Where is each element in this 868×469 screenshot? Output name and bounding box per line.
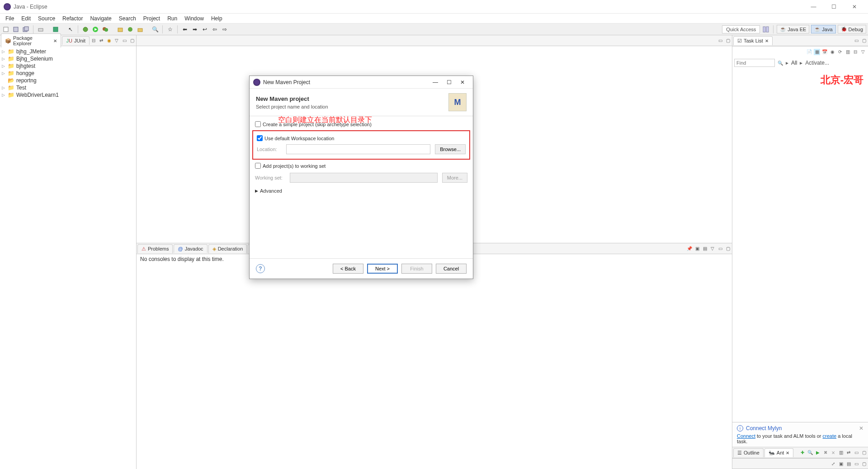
forward-button[interactable]: ⇨ [221, 25, 229, 33]
location-input[interactable] [286, 144, 430, 154]
new-task-icon[interactable]: 📄 [806, 49, 812, 55]
menu-run[interactable]: Run [164, 15, 181, 22]
minimize-icon[interactable]: ▭ [717, 38, 723, 44]
task-activate[interactable]: Activate... [805, 60, 829, 66]
focus-task-icon[interactable]: ◉ [106, 38, 112, 44]
minimize-icon[interactable]: ▭ [121, 38, 127, 44]
advanced-toggle[interactable]: ▶ Advanced [255, 185, 467, 196]
close-tab-icon[interactable]: ✕ [786, 450, 789, 455]
save-button[interactable] [12, 25, 20, 33]
maximize-icon[interactable]: ▢ [129, 38, 135, 44]
mylyn-create-link[interactable]: create [823, 433, 837, 439]
search-button[interactable]: 🔍 [151, 25, 159, 33]
restore-icon[interactable]: ⤢ [830, 460, 836, 467]
collapse-icon[interactable]: ⊟ [852, 49, 859, 55]
cancel-button[interactable]: Cancel [436, 264, 467, 274]
minimize-icon[interactable]: ▭ [853, 38, 859, 44]
tab-problems[interactable]: ⚠Problems [137, 244, 173, 253]
dialog-maximize-button[interactable]: ☐ [442, 77, 456, 88]
tab-task-list[interactable]: ☑Task List✕ [733, 36, 773, 45]
view-icon2[interactable]: ▤ [845, 460, 852, 467]
print-button[interactable] [37, 25, 45, 33]
task-all[interactable]: All [791, 60, 797, 66]
menu-help[interactable]: Help [208, 15, 226, 22]
maximize-icon[interactable]: ▢ [861, 38, 867, 44]
ant-search-icon[interactable]: 🔍 [807, 450, 813, 456]
coverage-button[interactable] [101, 25, 109, 33]
menu-window[interactable]: Window [181, 15, 208, 22]
hide-icon[interactable]: ▥ [844, 49, 851, 55]
task-find-input[interactable] [734, 59, 775, 67]
minimize-icon[interactable]: ▭ [853, 450, 859, 456]
open-perspective-button[interactable] [762, 25, 770, 33]
perspective-debug[interactable]: 🐞Debug [838, 25, 866, 33]
close-button[interactable]: ✕ [844, 0, 864, 14]
run-button[interactable] [91, 25, 99, 33]
back-button[interactable]: < Back [333, 264, 363, 274]
sync-icon[interactable]: ⟳ [837, 49, 843, 55]
close-tab-icon[interactable]: ✕ [53, 38, 57, 43]
filter-icon[interactable]: ▽ [860, 49, 866, 55]
view-menu-icon[interactable]: ▽ [113, 38, 120, 44]
close-banner-icon[interactable]: ✕ [859, 425, 863, 431]
minimize-icon[interactable]: ▭ [717, 246, 723, 252]
dialog-minimize-button[interactable]: — [429, 77, 442, 88]
tab-junit[interactable]: JU JUnit [62, 36, 90, 45]
quick-access[interactable]: Quick Access [722, 25, 760, 33]
next-button[interactable]: Next > [367, 264, 398, 274]
menu-search[interactable]: Search [115, 15, 140, 22]
pin-console-icon[interactable]: 📌 [686, 246, 693, 252]
ant-run-icon[interactable]: ▶ [815, 450, 821, 456]
ant-filter-icon[interactable]: ▥ [838, 450, 844, 456]
search-icon[interactable]: 🔍 [778, 61, 783, 66]
categorized-icon[interactable]: ▦ [814, 49, 820, 55]
toggle-mark-button[interactable]: ☆ [166, 25, 174, 33]
last-edit-button[interactable]: ↩ [201, 25, 209, 33]
default-workspace-checkbox[interactable] [257, 135, 263, 141]
new-package-button[interactable] [116, 25, 124, 33]
menu-edit[interactable]: Edit [18, 15, 34, 22]
view-menu-icon[interactable]: ▽ [709, 246, 716, 252]
menu-navigate[interactable]: Navigate [86, 15, 115, 22]
dialog-close-button[interactable]: ✕ [456, 77, 469, 88]
focus-icon[interactable]: ◉ [829, 49, 835, 55]
prev-annotation-button[interactable]: ⬅ [181, 25, 189, 33]
open-type-button[interactable] [52, 25, 60, 33]
collapse-all-icon[interactable]: ⊟ [90, 38, 97, 44]
help-icon[interactable]: ? [256, 264, 265, 273]
perspective-java[interactable]: ☕Java [811, 25, 835, 33]
new-button[interactable] [2, 25, 10, 33]
package-tree[interactable]: ▷📁bjhg_JMeter ▷📁Bjhg_Selenium ▷📁bjhgtest… [0, 46, 136, 100]
maximize-icon[interactable]: ▢ [725, 246, 731, 252]
ant-remove-all-icon[interactable]: ⨯ [830, 450, 836, 456]
new-folder-button[interactable] [136, 25, 144, 33]
minimize-icon[interactable]: ▭ [853, 460, 859, 467]
debug-button[interactable] [81, 25, 90, 33]
open-console-icon[interactable]: ▤ [702, 246, 708, 252]
tab-declaration[interactable]: ◈Declaration [208, 244, 247, 253]
browse-button[interactable]: Browse... [435, 144, 466, 154]
perspective-java-ee[interactable]: ☕Java EE [777, 25, 809, 33]
mylyn-connect-link[interactable]: Connect [737, 433, 755, 439]
scheduled-icon[interactable]: 📅 [821, 49, 828, 55]
maximize-icon[interactable]: ▢ [861, 460, 867, 467]
cursor-icon[interactable]: ↖ [66, 25, 75, 33]
menu-refactor[interactable]: Refactor [59, 15, 86, 22]
tab-outline[interactable]: ☰Outline [733, 448, 764, 457]
add-buildfile-icon[interactable]: ✚ [799, 450, 806, 456]
tab-package-explorer[interactable]: 📦 Package Explorer ✕ [1, 33, 61, 47]
next-annotation-button[interactable]: ➡ [191, 25, 199, 33]
view-icon[interactable]: ▣ [838, 460, 844, 467]
menu-file[interactable]: File [2, 15, 18, 22]
maximize-icon[interactable]: ▢ [725, 38, 731, 44]
save-all-button[interactable] [22, 25, 30, 33]
display-console-icon[interactable]: ▣ [694, 246, 700, 252]
menu-project[interactable]: Project [140, 15, 164, 22]
maximize-icon[interactable]: ▢ [861, 450, 867, 456]
simple-project-checkbox[interactable] [255, 121, 261, 127]
tab-javadoc[interactable]: @Javadoc [174, 244, 207, 253]
ant-link-icon[interactable]: ⇄ [845, 450, 852, 456]
maximize-button[interactable]: ☐ [824, 0, 844, 14]
minimize-button[interactable]: — [803, 0, 824, 14]
menu-source[interactable]: Source [34, 15, 59, 22]
